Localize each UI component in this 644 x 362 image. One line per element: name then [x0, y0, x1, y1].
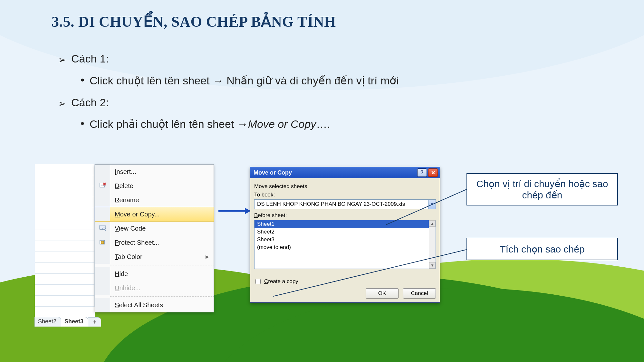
- menu-item-view-code[interactable]: View Code: [95, 221, 214, 235]
- sheet-tab-active[interactable]: Sheet3: [61, 317, 88, 327]
- new-sheet-tab-icon[interactable]: ✦: [88, 317, 101, 327]
- callout-destination: Chọn vị trí di chuyển hoặc sao chép đến: [466, 173, 618, 205]
- sheet-tab[interactable]: Sheet2: [34, 317, 61, 327]
- bullet-c2-step: Click phải chuột lên tên sheet →Move or …: [90, 115, 330, 134]
- create-copy-checkbox[interactable]: [255, 279, 261, 284]
- close-button[interactable]: ✕: [428, 168, 438, 177]
- help-icon: ?: [420, 170, 424, 176]
- leader-line: [273, 250, 470, 298]
- chevron-right-icon: ➢: [58, 95, 66, 114]
- dot-icon: •: [81, 114, 84, 133]
- slide-body: ➢ Cách 1: • Click chuột lên tên sheet → …: [52, 50, 605, 134]
- arrow-right-icon: [218, 206, 251, 216]
- menu-item-select-all-sheets[interactable]: Select All Sheets: [95, 298, 214, 312]
- sheet-tab-bar: Sheet2 Sheet3 ✦: [35, 317, 101, 327]
- dialog-title: Move or Copy: [254, 169, 292, 176]
- submenu-arrow-icon: ▶: [206, 254, 209, 259]
- arrow-right-icon: →: [213, 74, 224, 87]
- callout-copy-checkbox: Tích chọn sao chép: [466, 238, 618, 260]
- list-item[interactable]: Sheet3: [255, 236, 436, 243]
- lock-icon: [99, 238, 106, 247]
- menu-item-insert[interactable]: Insert...: [95, 165, 214, 179]
- svg-line-7: [386, 189, 466, 225]
- view-code-icon: [99, 224, 106, 233]
- sheet-context-menu: Insert... Delete Rename Move or: [95, 164, 214, 312]
- bullet-c2: Cách 2:: [71, 93, 109, 112]
- menu-item-hide[interactable]: Hide: [95, 267, 214, 281]
- dialog-label: Move selected sheets: [254, 183, 436, 190]
- menu-item-rename[interactable]: Rename: [95, 193, 214, 207]
- excel-context-screenshot: Insert... Delete Rename Move or: [35, 164, 215, 329]
- menu-item-protect-sheet[interactable]: Protect Sheet...: [95, 235, 214, 250]
- menu-separator: [110, 265, 214, 265]
- dot-icon: •: [81, 71, 84, 90]
- menu-item-unhide: Unhide...: [95, 281, 214, 295]
- list-item[interactable]: Sheet2: [255, 228, 436, 236]
- chevron-right-icon: ➢: [58, 52, 66, 70]
- bullet-c1-step: Click chuột lên tên sheet → Nhấn giữ và …: [90, 71, 399, 90]
- help-button[interactable]: ?: [417, 168, 427, 177]
- close-icon: ✕: [431, 170, 435, 176]
- slide-title: 3.5. DI CHUYỂN, SAO CHÉP BẢNG TÍNH: [52, 13, 605, 30]
- menu-separator: [110, 296, 214, 297]
- svg-rect-4: [101, 241, 103, 243]
- menu-item-delete[interactable]: Delete: [95, 179, 214, 193]
- bullet-c1: Cách 1:: [71, 50, 109, 68]
- svg-line-8: [273, 250, 466, 296]
- menu-item-move-or-copy[interactable]: Move or Copy...: [95, 207, 214, 221]
- delete-sheet-icon: [99, 182, 106, 190]
- leader-line: [386, 189, 470, 228]
- menu-item-tab-color[interactable]: Tab Color▶: [95, 250, 214, 264]
- arrow-right-icon: →: [237, 118, 248, 130]
- worksheet-cells: [35, 164, 95, 322]
